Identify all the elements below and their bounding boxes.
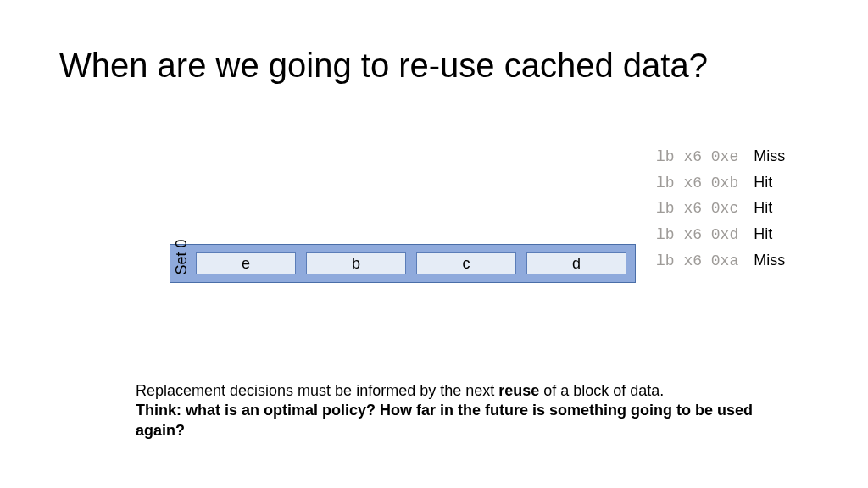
cache-way-1: b (306, 252, 406, 274)
body-line-1: Replacement decisions must be informed b… (136, 381, 780, 401)
trace-result: Hit (754, 170, 772, 196)
trace-row: lb x6 0xd Hit (656, 222, 785, 248)
body-line-1-post: of a block of data. (539, 382, 664, 399)
trace-result: Miss (754, 248, 785, 274)
cache-set-label: Set 0 (173, 252, 191, 274)
cache-ways: e b c d (192, 245, 635, 282)
cache-way-2: c (416, 252, 516, 274)
body-text: Replacement decisions must be informed b… (136, 381, 780, 441)
body-line-2: Think: what is an optimal policy? How fa… (136, 401, 780, 441)
trace-instr: lb x6 0xe (656, 145, 738, 170)
slide-title: When are we going to re-use cached data? (59, 47, 708, 85)
trace-instr: lb x6 0xa (656, 249, 738, 274)
trace-result: Hit (754, 196, 772, 221)
trace-result: Miss (754, 144, 785, 169)
trace-row: lb x6 0xa Miss (656, 248, 785, 274)
cache-way-0: e (196, 252, 296, 274)
cache-set-container: Set 0 e b c d (170, 244, 636, 283)
cache-way-3: d (526, 252, 626, 274)
trace-row: lb x6 0xe Miss (656, 144, 785, 170)
body-line-1-pre: Replacement decisions must be informed b… (136, 382, 498, 399)
trace-row: lb x6 0xb Hit (656, 170, 785, 197)
trace-instr: lb x6 0xd (656, 223, 738, 248)
trace-instr: lb x6 0xc (656, 197, 738, 222)
trace-row: lb x6 0xc Hit (656, 196, 785, 222)
body-line-1-bold: reuse (498, 382, 539, 399)
trace-result: Hit (754, 222, 772, 247)
memory-trace: lb x6 0xe Miss lb x6 0xb Hit lb x6 0xc H… (656, 144, 785, 274)
trace-instr: lb x6 0xb (656, 171, 738, 197)
